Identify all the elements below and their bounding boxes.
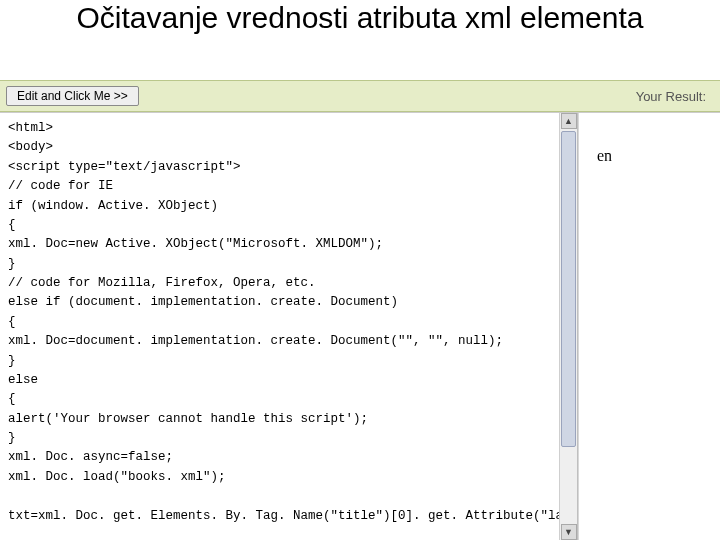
code-editor[interactable]: <html> <body> <script type="text/javascr… [0, 113, 559, 540]
scroll-down-arrow-icon[interactable]: ▼ [561, 524, 577, 540]
result-panel: en [578, 113, 720, 540]
your-result-label: Your Result: [636, 89, 706, 104]
scroll-up-arrow-icon[interactable]: ▲ [561, 113, 577, 129]
result-output: en [597, 147, 612, 164]
workarea: <html> <body> <script type="text/javascr… [0, 112, 720, 540]
vertical-scrollbar[interactable]: ▲ ▼ [559, 113, 577, 540]
scroll-thumb[interactable] [561, 131, 576, 447]
edit-run-button[interactable]: Edit and Click Me >> [6, 86, 139, 106]
code-editor-panel: <html> <body> <script type="text/javascr… [0, 113, 578, 540]
page-title: Očitavanje vrednosti atributa xml elemen… [37, 0, 684, 42]
toolbar-strip: Edit and Click Me >> Your Result: [0, 80, 720, 112]
scroll-track[interactable] [560, 129, 577, 524]
